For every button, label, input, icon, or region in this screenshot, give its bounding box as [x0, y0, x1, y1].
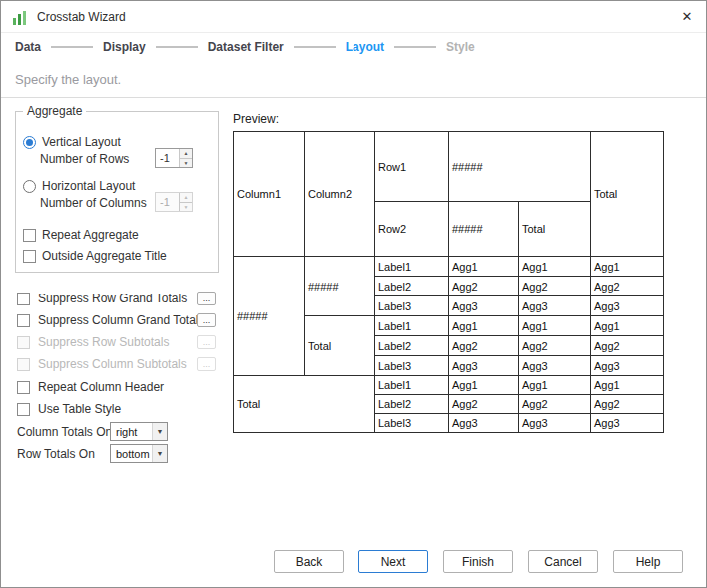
use-table-style-label: Use Table Style — [38, 402, 121, 416]
suppress-column-grand-totals-option[interactable]: Suppress Column Grand Totals — [17, 312, 205, 328]
preview-cell: Agg1 — [591, 316, 664, 336]
horizontal-layout-option[interactable]: Horizontal Layout — [23, 179, 135, 193]
preview-cell: Agg2 — [449, 277, 519, 296]
suppress-column-grand-totals-checkbox[interactable] — [17, 314, 30, 327]
column-totals-on-value: right — [111, 426, 152, 438]
chevron-down-icon: ▼ — [152, 445, 167, 462]
number-of-rows-label: Number of Rows — [40, 152, 129, 166]
crosstab-preview: Column1 Column2 Row1 ##### Total Row2 ##… — [233, 131, 664, 433]
preview-cell: Label1 — [375, 257, 449, 277]
suppress-row-grand-totals-more-button[interactable]: ... — [197, 292, 216, 305]
finish-button[interactable]: Finish — [443, 550, 513, 573]
suppress-column-subtotals-checkbox — [17, 358, 30, 371]
outside-aggregate-title-checkbox[interactable] — [23, 250, 36, 263]
wizard-steps: Data Display Dataset Filter Layout Style — [1, 33, 706, 61]
help-button[interactable]: Help — [613, 550, 683, 573]
aggregate-group-label: Aggregate — [23, 104, 86, 118]
chevron-down-icon: ▼ — [152, 423, 167, 440]
crosstab-wizard-dialog: Crosstab Wizard ✕ Data Display Dataset F… — [0, 0, 707, 588]
spinner-up-icon[interactable]: ▲ — [180, 149, 192, 158]
repeat-column-header-checkbox[interactable] — [17, 381, 30, 394]
cancel-button[interactable]: Cancel — [528, 550, 598, 573]
preview-cell: Agg2 — [591, 336, 664, 356]
preview-cell: Agg2 — [449, 336, 519, 356]
number-of-rows-input[interactable]: -1 — [156, 149, 179, 167]
preview-label: Preview: — [233, 112, 279, 126]
vertical-layout-radio[interactable] — [23, 136, 36, 149]
repeat-aggregate-label: Repeat Aggregate — [42, 228, 139, 242]
suppress-column-grand-totals-label: Suppress Column Grand Totals — [38, 313, 205, 327]
preview-cell: Agg1 — [591, 257, 664, 277]
repeat-aggregate-checkbox[interactable] — [23, 229, 36, 242]
preview-cell: Agg3 — [519, 296, 591, 316]
outside-aggregate-title-label: Outside Aggregate Title — [42, 249, 167, 263]
preview-cell: Agg1 — [449, 376, 519, 395]
step-dataset-filter[interactable]: Dataset Filter — [208, 40, 284, 54]
horizontal-layout-radio[interactable] — [23, 180, 36, 193]
preview-cell: Agg2 — [591, 277, 664, 296]
suppress-row-grand-totals-label: Suppress Row Grand Totals — [38, 292, 187, 305]
preview-cell: Agg2 — [519, 395, 591, 414]
chart-bars-icon — [13, 9, 29, 25]
close-icon[interactable]: ✕ — [676, 7, 698, 27]
preview-cell: Agg2 — [591, 395, 664, 414]
step-layout[interactable]: Layout — [346, 40, 384, 54]
preview-cell: Agg3 — [449, 414, 519, 433]
suppress-row-subtotals-label: Suppress Row Subtotals — [38, 335, 169, 349]
suppress-column-subtotals-more-button: ... — [197, 357, 216, 371]
use-table-style-checkbox[interactable] — [17, 403, 30, 416]
horizontal-layout-label: Horizontal Layout — [42, 179, 135, 193]
spinner-down-icon: ▼ — [180, 202, 192, 212]
step-separator — [394, 46, 436, 48]
preview-cell: Total — [591, 132, 664, 257]
repeat-column-header-option[interactable]: Repeat Column Header — [17, 379, 164, 395]
repeat-aggregate-option[interactable]: Repeat Aggregate — [23, 228, 139, 242]
number-of-rows-stepper[interactable]: -1 ▲ ▼ — [155, 148, 193, 168]
suppress-column-subtotals-option: Suppress Column Subtotals — [17, 356, 187, 372]
preview-cell: Column2 — [305, 132, 375, 257]
suppress-row-grand-totals-checkbox[interactable] — [17, 293, 30, 305]
number-of-rows-row: Number of Rows — [40, 152, 129, 166]
suppress-column-grand-totals-more-button[interactable]: ... — [197, 313, 216, 327]
vertical-layout-option[interactable]: Vertical Layout — [23, 135, 121, 149]
preview-cell: Agg1 — [449, 316, 519, 336]
step-separator — [51, 46, 93, 48]
row-totals-on-value: bottom — [111, 448, 152, 460]
preview-cell: Label3 — [375, 414, 449, 433]
back-button[interactable]: Back — [274, 550, 344, 573]
row-totals-on-select[interactable]: bottom ▼ — [110, 444, 168, 463]
preview-cell: Total — [234, 376, 375, 433]
preview-cell: Agg2 — [519, 277, 591, 296]
suppress-row-subtotals-option: Suppress Row Subtotals — [17, 334, 169, 350]
column-totals-on-select[interactable]: right ▼ — [110, 422, 168, 441]
preview-cell: Agg1 — [591, 376, 664, 395]
preview-cell: Label2 — [375, 395, 449, 414]
window-title: Crosstab Wizard — [37, 10, 126, 24]
preview-cell: Agg3 — [449, 296, 519, 316]
next-button[interactable]: Next — [358, 550, 428, 573]
preview-cell: Agg2 — [519, 336, 591, 356]
preview-cell: Agg3 — [591, 414, 664, 433]
preview-cell: ##### — [449, 202, 519, 257]
stepper-buttons: ▲ ▼ — [179, 149, 192, 167]
footer-buttons: Back Next Finish Cancel Help — [1, 550, 706, 573]
repeat-column-header-label: Repeat Column Header — [38, 380, 164, 394]
suppress-row-grand-totals-option[interactable]: Suppress Row Grand Totals — [17, 291, 187, 306]
preview-cell: Agg1 — [519, 376, 591, 395]
row-totals-on-label: Row Totals On — [17, 447, 95, 461]
suppress-row-subtotals-checkbox — [17, 336, 30, 349]
step-data[interactable]: Data — [15, 40, 41, 54]
use-table-style-option[interactable]: Use Table Style — [17, 401, 121, 417]
preview-cell: Label3 — [375, 356, 449, 376]
step-display[interactable]: Display — [103, 40, 146, 54]
preview-cell: Label1 — [375, 316, 449, 336]
spinner-up-icon: ▲ — [180, 193, 192, 202]
spinner-down-icon[interactable]: ▼ — [180, 158, 192, 168]
outside-aggregate-title-option[interactable]: Outside Aggregate Title — [23, 249, 167, 263]
preview-cell: ##### — [449, 132, 591, 202]
suppress-column-subtotals-label: Suppress Column Subtotals — [38, 357, 187, 371]
suppress-row-subtotals-more-button: ... — [197, 335, 216, 349]
preview-cell: Agg3 — [591, 296, 664, 316]
stepper-buttons: ▲ ▼ — [179, 193, 192, 211]
title-bar: Crosstab Wizard ✕ — [1, 1, 706, 33]
